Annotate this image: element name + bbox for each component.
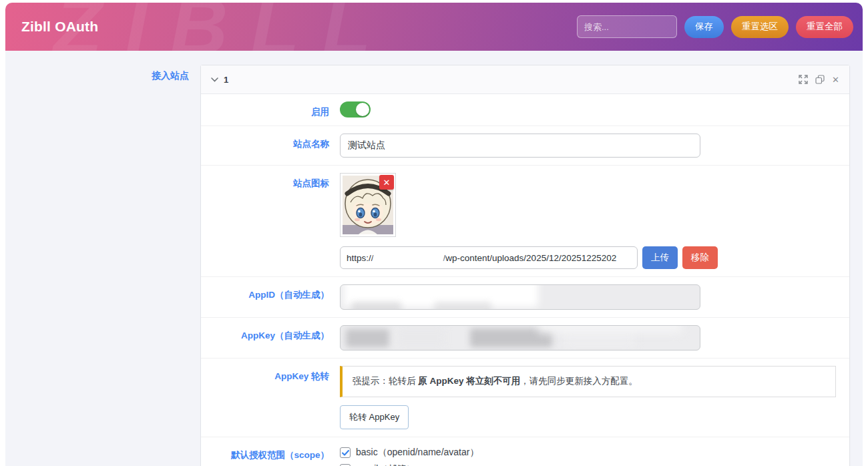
redaction-blob	[398, 328, 445, 347]
field-label-site-name: 站点名称	[214, 134, 340, 158]
scope-option-email: email（邮箱）	[340, 463, 836, 466]
warning-text-suffix: ，请先同步更新接入方配置。	[520, 376, 638, 386]
settings-body: 接入站点 1	[5, 51, 863, 466]
url-redacted-segment	[374, 250, 443, 265]
chevron-down-icon[interactable]	[211, 77, 218, 82]
close-icon[interactable]: ✕	[832, 75, 839, 84]
plugin-settings-page: ZIBLL Zibll OAuth 保存 重置选区 重置全部 接入站点 1	[5, 3, 863, 466]
brand-watermark: ZIBLL	[53, 3, 394, 51]
enable-toggle[interactable]	[340, 101, 371, 118]
panel-title: 1	[224, 75, 228, 85]
upload-button[interactable]: 上传	[642, 246, 678, 269]
url-suffix: /wp-content/uploads/2025/12/20251225202	[443, 253, 617, 263]
site-name-input[interactable]	[340, 134, 700, 158]
site-accordion-panel: 1 ✕	[200, 65, 850, 466]
site-icon-url-input[interactable]: https:// /wp-content/uploads/2025/12/202…	[340, 246, 638, 269]
rotate-warning-notice: 强提示：轮转后 原 AppKey 将立刻不可用，请先同步更新接入方配置。	[340, 366, 836, 397]
remove-button[interactable]: 移除	[682, 246, 718, 269]
appid-readonly-input	[340, 284, 700, 310]
group-label-access-sites: 接入站点	[5, 65, 200, 82]
save-button[interactable]: 保存	[684, 16, 724, 38]
row-scope: 默认授权范围（scope） basic（openid/name/avatar） …	[201, 437, 849, 466]
scope-option-basic: basic（openid/name/avatar）	[340, 447, 836, 459]
panel-tools: ✕	[799, 75, 839, 84]
checkbox-label-email: email（邮箱）	[356, 463, 415, 466]
plugin-header: ZIBLL Zibll OAuth 保存 重置选区 重置全部	[5, 3, 863, 51]
row-site-name: 站点名称	[201, 126, 849, 166]
field-label-enable: 启用	[214, 101, 340, 118]
page-title: Zibll OAuth	[21, 19, 98, 35]
checkbox-label-basic: basic（openid/name/avatar）	[356, 447, 479, 459]
row-app-key: AppKey（自动生成）	[201, 318, 849, 359]
row-appkey-rotate: AppKey 轮转 强提示：轮转后 原 AppKey 将立刻不可用，请先同步更新…	[201, 359, 849, 437]
row-site-icon: 站点图标	[201, 166, 849, 277]
expand-arrows-icon[interactable]	[799, 75, 808, 84]
search-input[interactable]	[577, 15, 677, 38]
field-label-site-icon: 站点图标	[214, 173, 340, 269]
redaction-blob	[346, 329, 389, 347]
field-label-appkey-rotate: AppKey 轮转	[214, 366, 340, 429]
toggle-knob	[356, 103, 369, 116]
site-icon-preview: ✕	[340, 173, 396, 237]
reset-all-button[interactable]: 重置全部	[796, 16, 853, 38]
redaction-blob	[538, 325, 682, 333]
header-actions: 保存 重置选区 重置全部	[577, 15, 853, 38]
delete-image-button[interactable]: ✕	[379, 175, 394, 190]
redaction-blob	[434, 302, 491, 310]
row-app-id: AppID（自动生成）	[201, 277, 849, 318]
duplicate-icon[interactable]	[815, 75, 825, 84]
checkbox-basic[interactable]	[340, 447, 351, 458]
field-label-app-key: AppKey（自动生成）	[214, 325, 340, 351]
site-panel-header[interactable]: 1 ✕	[201, 65, 849, 94]
redaction-blob	[351, 302, 401, 310]
appkey-readonly-input	[340, 325, 700, 351]
row-enable: 启用	[201, 94, 849, 126]
rotate-appkey-button[interactable]: 轮转 AppKey	[340, 405, 409, 429]
url-prefix: https://	[347, 253, 374, 263]
warning-text: 强提示：轮转后	[353, 376, 418, 386]
warning-text-bold: 原 AppKey 将立刻不可用	[418, 376, 520, 386]
reset-section-button[interactable]: 重置选区	[731, 16, 789, 38]
field-label-scope: 默认授权范围（scope）	[214, 445, 340, 466]
site-icon-url-row: https:// /wp-content/uploads/2025/12/202…	[340, 246, 836, 269]
field-label-app-id: AppID（自动生成）	[214, 284, 340, 310]
